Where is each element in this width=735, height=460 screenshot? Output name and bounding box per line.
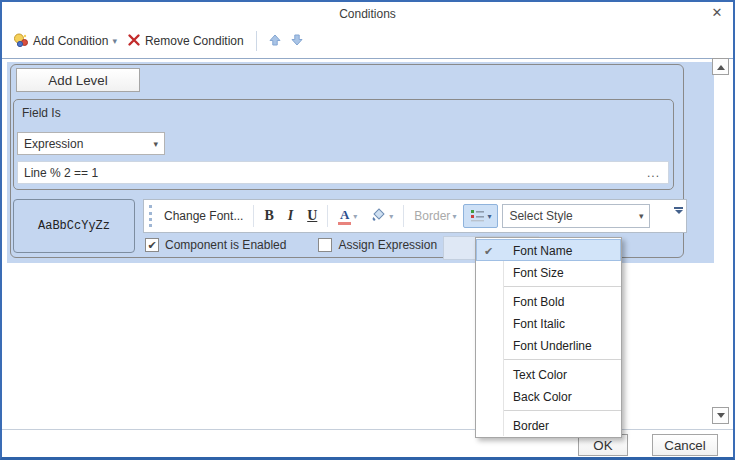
text-color-icon: A [338,208,351,225]
chevron-down-icon: ▾ [153,139,158,149]
menu-item-back-color[interactable]: Back Color [476,385,621,407]
arrow-up-icon [268,33,282,50]
format-separator [253,205,254,227]
close-button[interactable]: ✕ [709,5,725,21]
fill-color-icon [371,207,387,225]
content-area: Add Level Field Is Expression ▾ Line % 2… [2,58,733,431]
main-toolbar: Add Condition ▾ Remove Condition [2,26,733,56]
overflow-icon [674,207,683,209]
style-components-menu: ✔ Font Name Font Size Font Bold Font Ita… [475,237,622,438]
move-down-button[interactable] [286,31,308,52]
checkmark-icon: ✔ [484,240,493,262]
add-condition-label: Add Condition [33,34,108,48]
border-button: Border ▾ [407,204,463,228]
italic-button[interactable]: I [281,204,300,228]
bold-button[interactable]: B [257,204,280,228]
condition-type-value: Expression [24,137,153,151]
underline-button[interactable]: U [300,204,324,228]
footer-bar: OK Cancel [2,429,733,457]
menu-separator [504,359,621,360]
add-level-button[interactable]: Add Level [16,68,140,92]
cancel-button[interactable]: Cancel [652,434,718,456]
scroll-up-button[interactable] [712,58,729,75]
triangle-down-icon [717,413,725,422]
chevron-down-icon: ▾ [639,211,644,221]
checkbox-row: ✔ Component is Enabled Assign Expression [145,238,437,252]
menu-item-font-underline[interactable]: Font Underline [476,334,621,356]
dialog-title: Conditions [339,7,396,21]
chevron-down-icon: ▾ [487,212,491,221]
expression-input[interactable]: Line % 2 == 1 ... [17,161,669,184]
menu-item-border[interactable]: Border [476,414,621,436]
expression-more-button[interactable]: ... [645,166,662,180]
conditions-panel: Add Level Field Is Expression ▾ Line % 2… [7,62,714,263]
style-preview-box: AaBbCcYyZz [13,199,135,253]
remove-condition-icon [127,33,141,50]
menu-item-text-color[interactable]: Text Color [476,363,621,385]
border-button-label: Border [414,209,450,223]
expression-value: Line % 2 == 1 [24,166,645,180]
menu-item-font-italic[interactable]: Font Italic [476,312,621,334]
chevron-down-icon: ▾ [452,212,456,221]
remove-condition-button[interactable]: Remove Condition [122,30,249,53]
menu-item-font-bold[interactable]: Font Bold [476,290,621,312]
remove-condition-label: Remove Condition [145,34,244,48]
toolbar-grip [149,205,152,227]
scroll-down-button[interactable] [712,407,729,424]
style-components-icon [470,208,485,225]
title-bar: Conditions ✕ [2,2,733,26]
format-separator [327,205,328,227]
condition-type-select[interactable]: Expression ▾ [17,132,165,155]
close-icon: ✕ [712,5,723,20]
triangle-up-icon [717,61,725,70]
chevron-down-icon: ▾ [353,212,357,221]
component-enabled-label: Component is Enabled [165,238,286,252]
component-enabled-checkbox[interactable]: ✔ Component is Enabled [145,238,286,252]
menu-separator [504,410,621,411]
text-color-button[interactable]: A ▾ [331,204,364,228]
field-is-group: Field Is Expression ▾ Line % 2 == 1 ... [13,99,674,190]
field-is-label: Field Is [22,106,61,120]
arrow-down-icon [290,33,304,50]
select-style-select[interactable]: Select Style ▾ [502,204,650,228]
toolbar-overflow-button[interactable] [674,207,683,218]
move-up-button[interactable] [264,31,286,52]
format-separator [403,205,404,227]
style-components-button[interactable]: ▾ [463,204,498,228]
style-preview-text: AaBbCcYyZz [38,219,110,233]
chevron-down-icon: ▾ [389,212,393,221]
toolbar-separator [256,31,257,51]
menu-separator [504,286,621,287]
select-style-value: Select Style [509,209,638,223]
checkbox-checked-icon: ✔ [145,238,159,252]
assign-expression-checkbox[interactable]: Assign Expression [318,238,437,252]
fill-color-button[interactable]: ▾ [364,204,400,228]
assign-expression-label: Assign Expression [338,238,437,252]
chevron-down-icon: ▾ [112,37,117,46]
menu-item-font-size[interactable]: Font Size [476,261,621,283]
change-font-button[interactable]: Change Font... [157,204,250,228]
checkbox-unchecked-icon [318,238,332,252]
format-toolbar: Change Font... B I U A ▾ [143,199,687,233]
add-condition-button[interactable]: Add Condition ▾ [8,29,122,54]
add-condition-icon [13,32,29,51]
menu-item-font-name[interactable]: ✔ Font Name [476,239,621,261]
conditions-dialog: Conditions ✕ Add Condition ▾ [0,0,735,460]
